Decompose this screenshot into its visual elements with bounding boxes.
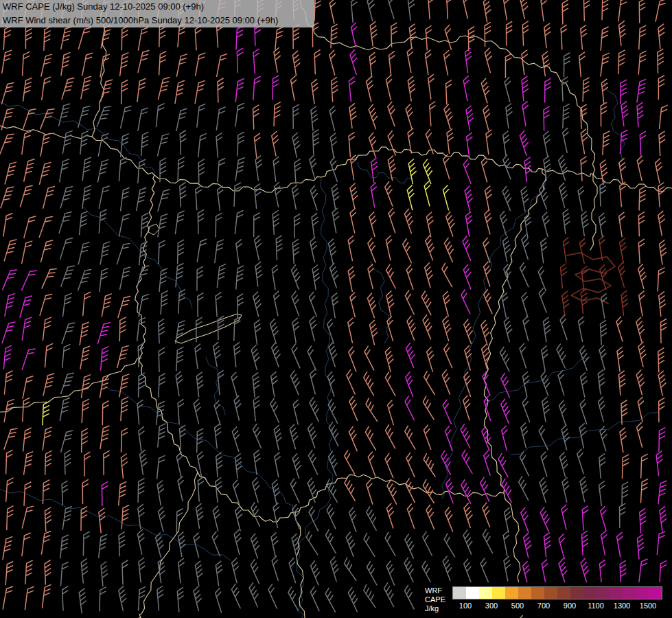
title-line-windshear: WRF Wind shear (m/s) 500/1000hPa Sunday … [0,14,314,27]
legend-tick-label: 100 [459,602,472,610]
legend-swatch [557,587,570,599]
title-line-cape: WRF CAPE (J/kg) Sunday 12-10-2025 09:00 … [0,0,314,14]
legend-swatch [649,587,662,599]
legend-swatch [492,587,505,599]
legend-scale: 100300500700900110013001500 [452,586,662,613]
legend-ticks: 100300500700900110013001500 [452,602,662,613]
legend-swatch [596,587,610,599]
map-title-bar: WRF CAPE (J/kg) Sunday 12-10-2025 09:00 … [0,0,314,27]
legend-tick-label: 900 [564,602,576,610]
legend-tick-label: 1500 [640,602,656,610]
legend-swatch [544,587,557,599]
legend-tick-label: 1300 [614,602,630,610]
legend-swatch [453,587,466,599]
legend-swatch [623,587,636,599]
legend-tick-label: 700 [537,602,550,610]
map-background [0,0,672,618]
legend-tick-label: 300 [485,602,498,610]
cape-legend: WRF CAPE J/kg 10030050070090011001300150… [417,582,667,615]
legend-swatch [570,587,583,599]
legend-swatches [452,586,662,599]
legend-model-label: WRF [425,586,445,595]
legend-swatch [583,587,596,599]
legend-swatch [518,587,531,599]
legend-swatch [610,587,623,599]
legend-swatch [479,587,492,599]
legend-swatch [505,587,518,599]
legend-swatch [466,587,479,599]
legend-tick-label: 1100 [588,602,604,610]
map-canvas [0,0,672,618]
legend-param-label: CAPE [425,595,445,604]
legend-labels: WRF CAPE J/kg [425,586,445,613]
legend-swatch [636,587,649,599]
legend-swatch [531,587,544,599]
weather-map-stage: WRF CAPE (J/kg) Sunday 12-10-2025 09:00 … [0,0,672,618]
legend-tick-label: 500 [511,602,524,610]
legend-unit-label: J/kg [425,604,445,613]
